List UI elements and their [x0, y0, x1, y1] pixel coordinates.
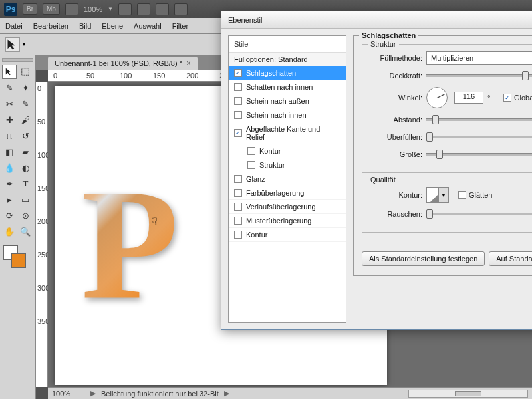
blur-tool-icon[interactable]: 💧 [2, 160, 17, 175]
checkbox-icon[interactable] [234, 203, 242, 211]
bridge-button[interactable]: Br [23, 3, 37, 15]
checkbox-icon[interactable]: ✓ [234, 69, 242, 77]
chevron-right-icon[interactable]: ▶ [90, 389, 96, 398]
minibridge-button[interactable]: Mb [43, 3, 60, 15]
hand-tool-icon[interactable] [118, 3, 132, 15]
menu-file[interactable]: Datei [5, 22, 23, 30]
checkbox-icon[interactable]: ✓ [234, 129, 242, 137]
move-tool-preset-icon[interactable] [5, 37, 20, 52]
struktur-fieldset: Struktur Füllmethode: Multiplizieren▼ De… [362, 44, 532, 173]
style-item-contour[interactable]: Kontur [229, 144, 346, 158]
status-zoom[interactable]: 100% [52, 390, 85, 398]
style-item-gradientoverlay[interactable]: Verlaufsüberlagerung [229, 200, 346, 214]
document-tab[interactable]: Unbenannt-1 bei 100% (PSD, RGB/8) * × [48, 57, 198, 70]
checkbox-icon[interactable] [247, 161, 255, 169]
styles-header: Stile [229, 36, 346, 53]
horizontal-scrollbar[interactable] [408, 390, 528, 398]
shape-tool-icon[interactable]: ▭ [18, 192, 33, 207]
brush-tool-icon[interactable]: 🖌 [18, 112, 33, 127]
checkbox-icon[interactable] [234, 97, 242, 105]
marquee-tool-icon[interactable] [18, 65, 33, 79]
style-item-innerglow[interactable]: Schein nach innen [229, 108, 346, 122]
menu-layer[interactable]: Ebene [102, 22, 123, 30]
contour-picker[interactable]: ▼ [426, 187, 449, 203]
screen-mode-icon[interactable] [65, 3, 78, 15]
zoom-level[interactable]: 100% [84, 5, 102, 13]
make-default-button[interactable]: Als Standardeinstellung festlegen [362, 251, 485, 266]
crop-tool-icon[interactable]: ✂ [2, 96, 17, 111]
global-light-label: Globales Licht [514, 94, 532, 102]
menu-select[interactable]: Auswahl [134, 22, 162, 30]
rotate-view-icon[interactable] [156, 3, 169, 15]
angle-input[interactable]: 116 [454, 92, 483, 104]
history-brush-tool-icon[interactable]: ↺ [18, 128, 33, 143]
photoshop-logo: Ps [4, 3, 17, 16]
magic-wand-tool-icon[interactable]: ✦ [18, 80, 33, 95]
global-light-checkbox[interactable]: ✓ [503, 94, 511, 102]
style-item-stroke[interactable]: Kontur [229, 228, 346, 242]
noise-label: Rauschen: [370, 210, 422, 218]
cursor-icon: ☟ [151, 215, 158, 228]
style-item-satin[interactable]: Glanz [229, 172, 346, 186]
clone-stamp-tool-icon[interactable]: ⎍ [2, 128, 17, 143]
eyedropper-tool-icon[interactable]: ✎ [18, 96, 33, 111]
layer-style-dialog: Ebenenstil Stile Fülloptionen: Standard … [221, 11, 532, 330]
style-item-texture[interactable]: Struktur [229, 158, 346, 172]
chevron-right-icon[interactable]: ▶ [224, 389, 229, 398]
style-item-coloroverlay[interactable]: Farbüberlagerung [229, 186, 346, 200]
menu-image[interactable]: Bild [79, 22, 91, 30]
type-tool-icon[interactable]: T [18, 176, 33, 191]
reset-default-button[interactable]: Auf Standardein [489, 251, 532, 266]
eraser-tool-icon[interactable]: ◧ [2, 144, 17, 159]
antialias-checkbox[interactable] [458, 191, 466, 199]
menu-edit[interactable]: Bearbeiten [33, 22, 68, 30]
distance-slider[interactable] [426, 118, 532, 121]
qualitaet-fieldset: Qualität Kontur: ▼ Glätten Rauschen: 0 [362, 180, 532, 233]
style-item-innershadow[interactable]: Schatten nach innen [229, 80, 346, 94]
checkbox-icon[interactable] [234, 83, 242, 91]
hand-tool-icon[interactable]: ✋ [2, 224, 17, 239]
style-item-dropshadow[interactable]: ✓Schlagschatten [229, 66, 346, 80]
toolbox-grip[interactable] [2, 58, 33, 62]
3d-camera-tool-icon[interactable]: ⊙ [18, 208, 33, 223]
background-color-swatch[interactable] [11, 253, 26, 268]
text-layer-p[interactable]: P [81, 152, 179, 336]
pen-tool-icon[interactable]: ✒ [2, 176, 17, 191]
section-title: Schlagschatten [359, 31, 418, 39]
path-select-tool-icon[interactable]: ▸ [2, 192, 17, 207]
qualitaet-legend: Qualität [368, 176, 398, 184]
arrange-docs-icon[interactable] [174, 3, 188, 15]
gradient-tool-icon[interactable]: ▰ [18, 144, 33, 159]
chevron-down-icon[interactable]: ▼ [21, 41, 27, 47]
style-item-bevel[interactable]: ✓Abgeflachte Kante und Relief [229, 122, 346, 144]
3d-tool-icon[interactable]: ⟳ [2, 208, 17, 223]
checkbox-icon[interactable] [234, 175, 242, 183]
checkbox-icon[interactable] [234, 189, 242, 197]
blendmode-select[interactable]: Multiplizieren▼ [426, 51, 532, 65]
checkbox-icon[interactable] [234, 111, 242, 119]
style-item-patternoverlay[interactable]: Musterüberlagerung [229, 214, 346, 228]
spread-slider[interactable] [426, 136, 532, 138]
checkbox-icon[interactable] [234, 231, 242, 239]
checkbox-icon[interactable] [234, 217, 242, 225]
angle-dial[interactable] [426, 87, 448, 108]
lasso-tool-icon[interactable]: ✎ [2, 80, 17, 95]
close-icon[interactable]: × [186, 59, 191, 68]
spread-label: Überfüllen: [370, 133, 422, 141]
zoom-tool-icon[interactable] [137, 3, 150, 15]
zoom-tool-icon[interactable]: 🔍 [18, 224, 33, 239]
status-message: Belichtung funktioniert nur bei 32-Bit [101, 390, 219, 398]
dodge-tool-icon[interactable]: ◐ [18, 160, 33, 175]
move-tool-icon[interactable] [2, 65, 17, 79]
size-slider[interactable] [426, 153, 532, 156]
color-swatches[interactable] [2, 244, 33, 271]
dialog-titlebar[interactable]: Ebenenstil [221, 11, 532, 29]
noise-slider[interactable] [426, 213, 532, 215]
style-item-outerglow[interactable]: Schein nach außen [229, 94, 346, 108]
checkbox-icon[interactable] [247, 147, 255, 155]
menu-filter[interactable]: Filter [172, 22, 188, 30]
opacity-slider[interactable] [426, 74, 532, 77]
scrollbar-thumb[interactable] [455, 391, 481, 396]
fill-options-item[interactable]: Fülloptionen: Standard [229, 53, 346, 66]
healing-brush-tool-icon[interactable]: ✚ [2, 112, 17, 127]
